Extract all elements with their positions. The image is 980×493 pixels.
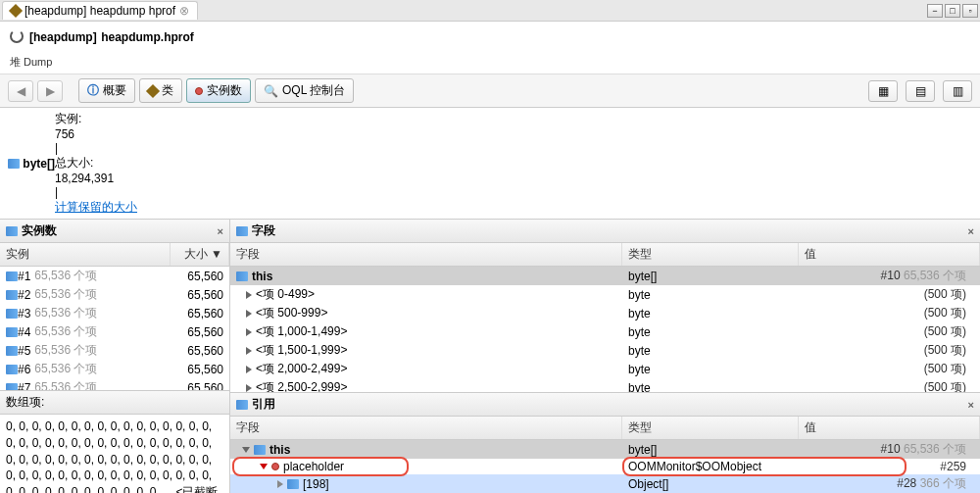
minimize-button[interactable]: − — [927, 4, 943, 18]
left-pane: 实例数 × 实例 大小 ▼ #165,536 个项65,560 #265,536… — [0, 220, 230, 493]
tool-btn-1[interactable]: ▦ — [868, 80, 898, 102]
calc-retained-link[interactable]: 计算保留的大小 — [55, 199, 972, 216]
expand-icon[interactable] — [260, 464, 268, 469]
expand-icon[interactable] — [246, 347, 252, 355]
instances-panel-header: 实例数 × — [0, 220, 229, 243]
instance-icon — [6, 365, 18, 374]
fields-list[interactable]: thisbyte[]#10 65,536 个项 <项 0-499>byte(50… — [230, 267, 980, 392]
reference-row[interactable]: thisbyte[]#10 65,536 个项 — [230, 440, 980, 459]
export-icon: ▥ — [953, 84, 963, 98]
instance-icon — [254, 445, 266, 455]
field-row[interactable]: <项 0-499>byte(500 项) — [230, 285, 980, 304]
close-icon[interactable]: × — [968, 399, 974, 411]
col-value[interactable]: 值 — [799, 417, 980, 439]
close-icon[interactable]: × — [218, 225, 223, 237]
classes-button[interactable]: 类 — [139, 78, 182, 103]
references-panel: 引用 × 字段 类型 值 thisbyte[]#10 65,536 个项 pla… — [230, 392, 980, 493]
instance-row[interactable]: #565,536 个项65,560 — [0, 341, 229, 360]
close-icon[interactable]: × — [968, 225, 974, 237]
instance-row[interactable]: #265,536 个项65,560 — [0, 285, 229, 304]
instances-columns: 实例 大小 ▼ — [0, 243, 229, 267]
array-items-body: 0, 0, 0, 0, 0, 0, 0, 0, 0, 0, 0, 0, 0, 0… — [0, 415, 229, 493]
instance-row[interactable]: #465,536 个项65,560 — [0, 322, 229, 341]
gear-icon: ▦ — [878, 84, 889, 98]
field-row[interactable]: <项 2,000-2,499>byte(500 项) — [230, 360, 980, 378]
instance-icon — [6, 327, 18, 337]
tool-btn-2[interactable]: ▤ — [906, 80, 935, 102]
instance-row[interactable]: #365,536 个项65,560 — [0, 304, 229, 322]
fields-icon — [236, 226, 248, 236]
dot-icon — [195, 87, 203, 95]
type-stats: 实例: 756 | 总大小: 18,294,391 | 计算保留的大小 — [55, 111, 972, 216]
col-instance[interactable]: 实例 — [0, 243, 171, 266]
array-items-panel: 数组项: 0, 0, 0, 0, 0, 0, 0, 0, 0, 0, 0, 0,… — [0, 390, 229, 493]
refs-columns: 字段 类型 值 — [230, 417, 980, 440]
instance-icon — [236, 271, 248, 281]
references-header: 引用 × — [230, 393, 980, 417]
restore-button[interactable]: ▫ — [962, 4, 978, 18]
references-list[interactable]: thisbyte[]#10 65,536 个项 placeholderOOMMo… — [230, 440, 980, 493]
info-icon: ⓘ — [87, 82, 99, 99]
nav-forward-button[interactable]: ▶ — [37, 80, 63, 102]
col-size[interactable]: 大小 ▼ — [171, 243, 229, 266]
col-field[interactable]: 字段 — [230, 243, 622, 266]
instances-icon — [6, 226, 18, 236]
main: 实例数 × 实例 大小 ▼ #165,536 个项65,560 #265,536… — [0, 220, 980, 493]
type-name: byte[] — [23, 157, 55, 171]
fields-panel-header: 字段 × — [230, 220, 980, 243]
tab-bar: [heapdump] heapdump hprof ⊗ − □ ▫ — [0, 0, 980, 22]
expand-icon[interactable] — [246, 384, 252, 392]
instance-row[interactable]: #165,536 个项65,560 — [0, 267, 229, 285]
instance-icon — [6, 290, 18, 300]
file-tab[interactable]: [heapdump] heapdump hprof ⊗ — [2, 1, 198, 20]
instances-button[interactable]: 实例数 — [186, 78, 251, 103]
field-row-this[interactable]: thisbyte[]#10 65,536 个项 — [230, 267, 980, 285]
instance-row[interactable]: #665,536 个项65,560 — [0, 360, 229, 378]
window-controls: − □ ▫ — [927, 4, 978, 18]
col-field[interactable]: 字段 — [230, 417, 622, 439]
expand-icon[interactable] — [246, 310, 252, 318]
type-bar: byte[] 实例: 756 | 总大小: 18,294,391 | 计算保留的… — [0, 108, 980, 220]
instance-icon — [287, 479, 299, 489]
instances-list[interactable]: #165,536 个项65,560 #265,536 个项65,560 #365… — [0, 267, 229, 390]
field-row[interactable]: <项 2,500-2,999>byte(500 项) — [230, 378, 980, 392]
col-value[interactable]: 值 — [799, 243, 980, 266]
field-row[interactable]: <项 1,500-1,999>byte(500 项) — [230, 341, 980, 360]
package-icon — [146, 83, 160, 97]
col-type[interactable]: 类型 — [622, 243, 799, 266]
array-icon — [8, 159, 20, 169]
field-icon — [271, 463, 279, 470]
expand-icon[interactable] — [277, 480, 283, 488]
instance-icon — [6, 309, 18, 319]
fields-columns: 字段 类型 值 — [230, 243, 980, 267]
col-type[interactable]: 类型 — [622, 417, 799, 439]
expand-icon[interactable] — [246, 366, 252, 373]
refresh-icon[interactable] — [10, 29, 24, 43]
reference-row[interactable]: [198]Object[]#28 366 个项 — [230, 474, 980, 493]
page-title: [heapdump] heapdump.hprof — [29, 27, 194, 45]
array-items-header: 数组项: — [0, 391, 229, 415]
close-icon[interactable]: ⊗ — [179, 4, 189, 18]
title-bar: [heapdump] heapdump.hprof — [0, 22, 980, 51]
oql-button[interactable]: 🔍 OQL 控制台 — [255, 78, 354, 103]
reference-row[interactable]: placeholderOOMMonitor$OOMobject#259 — [230, 459, 980, 474]
tab-label: [heapdump] heapdump hprof — [24, 4, 175, 18]
field-row[interactable]: <项 1,000-1,499>byte(500 项) — [230, 322, 980, 341]
expand-icon[interactable] — [246, 328, 252, 336]
expand-icon[interactable] — [242, 447, 250, 453]
instance-icon — [6, 346, 18, 356]
expand-icon[interactable] — [246, 291, 252, 299]
refs-icon — [236, 400, 248, 410]
instance-icon — [6, 383, 18, 391]
tool-btn-3[interactable]: ▥ — [943, 80, 972, 102]
right-pane: 字段 × 字段 类型 值 thisbyte[]#10 65,536 个项 <项 … — [230, 220, 980, 493]
maximize-button[interactable]: □ — [945, 4, 960, 18]
heap-icon — [9, 4, 23, 18]
save-icon: ▤ — [915, 84, 926, 98]
field-row[interactable]: <项 500-999>byte(500 项) — [230, 304, 980, 322]
overview-button[interactable]: ⓘ 概要 — [78, 78, 135, 103]
toolbar: ◀ ▶ ⓘ 概要 类 实例数 🔍 OQL 控制台 ▦ ▤ ▥ — [0, 74, 980, 108]
instance-row[interactable]: #765,536 个项65,560 — [0, 378, 229, 390]
instance-icon — [6, 271, 18, 281]
nav-back-button[interactable]: ◀ — [8, 80, 33, 102]
